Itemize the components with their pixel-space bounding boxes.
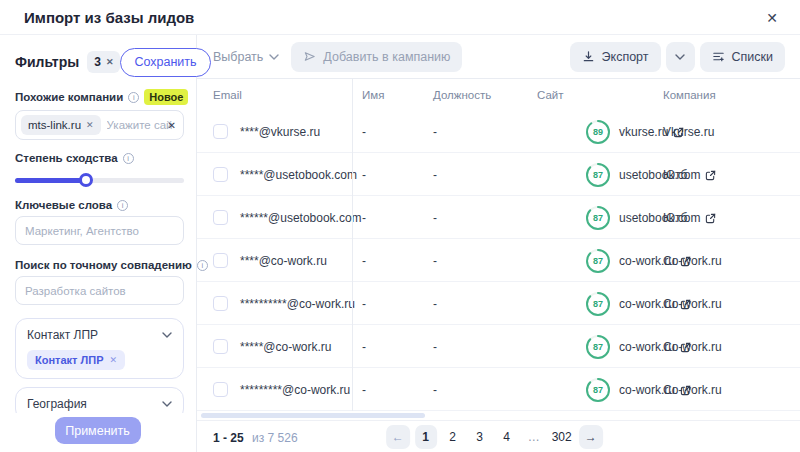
export-button[interactable]: Экспорт [570,42,661,72]
company-cell: Vkurse.ru [663,125,714,139]
row-checkbox[interactable] [213,167,228,182]
chevron-down-icon [675,54,685,60]
next-page-button[interactable]: → [579,425,603,449]
add-to-campaign-button[interactable]: Добавить в кампанию [291,42,462,72]
row-checkbox[interactable] [213,296,228,311]
apply-button[interactable]: Применить [55,417,141,444]
pager-pages: 1234…302 [415,425,574,449]
exact-match-input[interactable] [15,276,184,305]
apply-footer: Применить [0,413,195,452]
page-button[interactable]: 4 [496,425,518,449]
remove-tag-icon[interactable]: ✕ [86,120,94,130]
company-cell: Co-work.ru [663,383,722,397]
position-cell: - [433,254,437,268]
lpr-tag: Контакт ЛПР ✕ [27,350,125,370]
clear-input-icon[interactable]: ✕ [168,120,176,131]
col-name: Имя [362,89,384,101]
similar-companies-input[interactable]: mts-link.ru ✕ ✕ [15,110,184,140]
section-geography-toggle[interactable]: География [27,396,172,412]
info-icon[interactable]: i [123,153,134,164]
info-icon[interactable]: i [117,200,128,211]
score-badge: 87 [585,334,611,360]
score-badge: 87 [585,377,611,403]
lists-button[interactable]: Списки [700,42,785,72]
horizontal-scrollbar[interactable] [201,413,425,418]
table-row: *********@co-work.ru - - 87 co-work.ru C… [197,368,800,411]
modal-header: Импорт из базы лидов ✕ [0,0,800,35]
similar-companies-label: Похожие компании [15,91,123,103]
email-cell: *****@co-work.ru [240,340,332,354]
company-cell: Co-work.ru [663,297,722,311]
clear-filters-icon[interactable]: ✕ [106,57,114,67]
filters-sidebar: Фильтры 3 ✕ Сохранить Похожие компании i… [0,35,197,452]
col-email: Email [213,89,242,101]
name-cell: - [362,125,366,139]
table-row: ****@co-work.ru - - 87 co-work.ru Co-wor… [197,239,800,282]
similarity-slider[interactable] [15,173,184,187]
score-badge: 89 [585,119,611,145]
filters-count-badge[interactable]: 3 ✕ [87,51,120,73]
score-value: 87 [585,162,611,188]
send-icon [303,50,316,63]
email-cell: ****@co-work.ru [240,254,327,268]
remove-tag-icon[interactable]: ✕ [110,355,118,365]
chevron-down-icon [269,54,279,60]
score-badge: 87 [585,291,611,317]
company-cell: Ютб [663,211,688,225]
row-checkbox[interactable] [213,339,228,354]
position-cell: - [433,168,437,182]
info-icon[interactable]: i [128,92,139,103]
score-value: 89 [585,119,611,145]
position-cell: - [433,125,437,139]
row-checkbox[interactable] [213,253,228,268]
score-value: 87 [585,377,611,403]
prev-page-button[interactable]: ← [386,425,410,449]
list-add-icon [712,50,725,63]
filters-count: 3 [94,55,101,69]
section-lpr-toggle[interactable]: Контакт ЛПР [27,327,172,343]
select-dropdown[interactable]: Выбрать [213,50,279,64]
col-site: Сайт [537,89,564,101]
table-body: ****@vkurse.ru - - 89 vkurse.ru Vkurse.r… [197,110,800,411]
col-position: Должность [433,89,491,101]
page-range: 1 - 25 [213,431,244,445]
position-cell: - [433,383,437,397]
similarity-slider-thumb[interactable] [79,173,93,187]
keywords-label: Ключевые слова [15,199,112,211]
email-cell: *********@co-work.ru [240,383,350,397]
page-button[interactable]: 3 [469,425,491,449]
row-checkbox[interactable] [213,210,228,225]
table-row: ****@vkurse.ru - - 89 vkurse.ru Vkurse.r… [197,110,800,153]
page-button[interactable]: 1 [415,425,437,449]
page-button[interactable]: 302 [550,425,574,449]
chevron-down-icon [162,401,172,407]
company-cell: Co-work.ru [663,340,722,354]
score-value: 87 [585,205,611,231]
site-input[interactable] [107,119,174,131]
name-cell: - [362,383,366,397]
row-checkbox[interactable] [213,124,228,139]
col-company: Компания [663,89,716,101]
position-cell: - [433,211,437,225]
toolbar: Выбрать Добавить в кампанию Экспорт [197,35,800,78]
page-button[interactable]: 2 [442,425,464,449]
score-badge: 87 [585,205,611,231]
company-cell: Co-work.ru [663,254,722,268]
email-cell: *****@usetobook.com [240,168,357,182]
keywords-input[interactable] [15,216,184,245]
score-value: 87 [585,291,611,317]
new-badge: Новое [144,89,188,105]
export-dropdown-button[interactable] [666,42,695,72]
similarity-label: Степень сходства [15,152,118,164]
frozen-column-divider [352,78,353,411]
row-checkbox[interactable] [213,382,228,397]
position-cell: - [433,297,437,311]
import-leads-modal: Импорт из базы лидов ✕ Фильтры 3 ✕ Сохра… [0,0,800,452]
score-value: 87 [585,248,611,274]
external-link-icon [705,213,716,224]
close-icon[interactable]: ✕ [762,8,782,28]
table-row: **********@co-work.ru - - 87 co-work.ru … [197,282,800,325]
name-cell: - [362,254,366,268]
email-cell: ****@vkurse.ru [240,125,320,139]
name-cell: - [362,297,366,311]
